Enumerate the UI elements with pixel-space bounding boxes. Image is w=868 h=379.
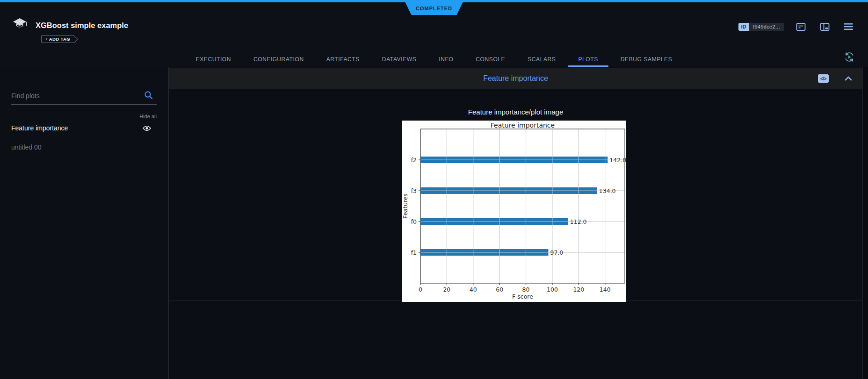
feature-importance-chart: f2f3f0f1020406080100120140142.0134.0112.…	[402, 121, 626, 302]
add-tag-label: + ADD TAG	[45, 36, 70, 42]
plot-widget-title: Feature importance/plot image	[169, 108, 862, 116]
svg-text:20: 20	[443, 286, 450, 293]
svg-text:120: 120	[573, 286, 584, 293]
tab-console[interactable]: CONSOLE	[476, 51, 505, 67]
plot-item-label: Feature importance	[11, 124, 68, 132]
tab-dataviews[interactable]: DATAVIEWS	[382, 51, 416, 67]
svg-text:f3: f3	[411, 187, 417, 194]
svg-text:Features: Features	[402, 193, 409, 219]
plots-content: Feature importance </> Feature importanc…	[169, 67, 862, 379]
experiment-cap-icon	[13, 18, 28, 33]
embed-code-icon[interactable]: </>	[818, 74, 829, 83]
sidebar-item-feature-importance[interactable]: Feature importance	[11, 124, 157, 132]
hide-all-button[interactable]: Hide all	[139, 114, 157, 119]
comment-icon[interactable]	[796, 21, 806, 32]
header-actions: ID f949dce2...	[738, 21, 854, 32]
sidebar-item-untitled-00[interactable]: untitled 00	[11, 143, 157, 151]
tab-execution[interactable]: EXECUTION	[196, 51, 231, 67]
plot-item-label: untitled 00	[11, 143, 42, 151]
svg-text:Feature importance: Feature importance	[491, 122, 555, 129]
svg-text:100: 100	[547, 286, 558, 293]
experiment-id-chip[interactable]: ID f949dce2...	[738, 23, 784, 31]
svg-text:97.0: 97.0	[550, 249, 563, 256]
scrollbar-gutter[interactable]	[862, 67, 868, 379]
svg-text:F score: F score	[512, 293, 533, 300]
svg-text:134.0: 134.0	[599, 187, 616, 194]
plot-panel-title: Feature importance	[483, 74, 548, 83]
tab-artifacts[interactable]: ARTIFACTS	[326, 51, 360, 67]
tab-info[interactable]: INFO	[439, 51, 453, 67]
svg-text:142.0: 142.0	[609, 157, 626, 164]
plot-widget: Feature importance/plot image f2f3f0f102…	[169, 89, 862, 300]
id-badge: ID	[738, 23, 749, 31]
id-value: f949dce2...	[749, 23, 784, 31]
svg-text:f0: f0	[411, 218, 417, 225]
svg-text:f1: f1	[411, 249, 417, 256]
search-input[interactable]	[11, 92, 157, 105]
search-icon[interactable]	[144, 91, 153, 101]
menu-icon[interactable]	[843, 21, 854, 32]
svg-text:80: 80	[522, 286, 530, 293]
svg-text:40: 40	[470, 286, 477, 293]
svg-text:60: 60	[496, 286, 503, 293]
svg-text:112.0: 112.0	[570, 218, 587, 225]
status-badge-label: COMPLETED	[416, 6, 452, 11]
status-badge: COMPLETED	[405, 2, 463, 15]
auto-refresh-icon[interactable]	[843, 50, 856, 64]
search-box	[11, 92, 157, 105]
tab-bar: EXECUTION CONFIGURATION ARTIFACTS DATAVI…	[0, 51, 868, 67]
plots-sidebar: Hide all Feature importance untitled 00	[0, 67, 169, 379]
chevron-up-icon[interactable]	[844, 74, 853, 83]
svg-text:0: 0	[419, 286, 422, 293]
app-window: COMPLETED XGBoost simple example + ADD T…	[0, 0, 868, 379]
tab-configuration[interactable]: CONFIGURATION	[253, 51, 304, 67]
svg-text:f2: f2	[411, 157, 417, 164]
compare-panel-icon[interactable]	[819, 21, 830, 32]
svg-text:140: 140	[600, 286, 611, 293]
experiment-title: XGBoost simple example	[36, 21, 128, 30]
add-tag-button[interactable]: + ADD TAG	[41, 35, 74, 43]
tab-scalars[interactable]: SCALARS	[528, 51, 556, 67]
tab-debug-samples[interactable]: DEBUG SAMPLES	[621, 51, 673, 67]
plot-panel-header: Feature importance </>	[169, 68, 862, 89]
tab-plots[interactable]: PLOTS	[578, 51, 598, 67]
visibility-eye-icon[interactable]	[143, 125, 151, 131]
